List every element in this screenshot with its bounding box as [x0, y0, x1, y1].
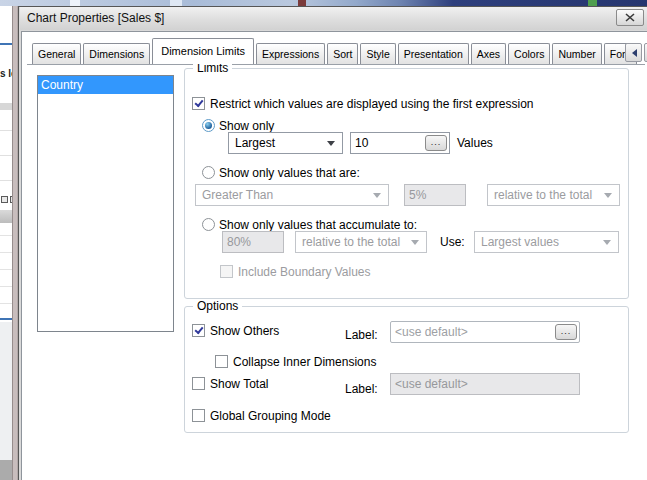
chevron-left-icon	[628, 49, 637, 57]
show-total-label: Show Total	[210, 377, 268, 391]
dialog-close-button[interactable]	[616, 9, 644, 26]
tabstrip-baseline	[27, 64, 645, 65]
dialog-client-area: General Dimensions Dimension Limits Expr…	[21, 31, 647, 480]
tab-general[interactable]: General	[32, 43, 81, 64]
total-label-input	[390, 373, 580, 395]
accumulate-radio[interactable]	[202, 218, 215, 231]
total-label-field	[390, 373, 580, 395]
collapse-inner-checkbox[interactable]	[215, 355, 228, 368]
options-group: Options Show Others Label: ... Collapse …	[184, 306, 629, 433]
comparison-relative-select: relative to the total	[487, 184, 620, 206]
tab-scroll-left-button[interactable]	[625, 43, 642, 62]
limits-group: Limits Restrict which values are display…	[184, 68, 629, 299]
tab-style[interactable]: Style	[360, 43, 395, 64]
tab-axes[interactable]: Axes	[471, 43, 506, 64]
tab-expressions[interactable]: Expressions	[256, 43, 325, 64]
others-label-caption: Label:	[345, 328, 378, 342]
rank-count-field: ...	[350, 132, 450, 154]
include-boundary-checkbox	[220, 265, 233, 278]
restrict-checkbox[interactable]	[192, 97, 205, 110]
others-label-browse-button[interactable]: ...	[555, 324, 577, 340]
show-values-that-are-label: Show only values that are:	[219, 166, 360, 180]
show-values-that-are-radio[interactable]	[202, 166, 215, 179]
chart-properties-dialog: Chart Properties [Sales $] General Dimen…	[18, 6, 647, 480]
show-others-label: Show Others	[210, 324, 279, 338]
rank-count-browse-button[interactable]: ...	[425, 135, 447, 151]
dialog-titlebar[interactable]: Chart Properties [Sales $]	[20, 7, 647, 30]
options-group-label: Options	[193, 299, 242, 313]
accumulate-value-input	[222, 231, 284, 253]
restrict-label: Restrict which values are displayed usin…	[210, 97, 533, 111]
dimension-item-country[interactable]: Country	[38, 76, 173, 94]
accumulate-relative-select: relative to the total	[295, 231, 427, 253]
dialog-title: Chart Properties [Sales $]	[27, 11, 164, 25]
tab-colors[interactable]: Colors	[508, 43, 550, 64]
total-label-caption: Label:	[345, 382, 378, 396]
close-icon	[625, 13, 635, 22]
tab-sort[interactable]: Sort	[327, 43, 358, 64]
show-others-checkbox[interactable]	[192, 324, 205, 337]
tabstrip: General Dimensions Dimension Limits Expr…	[32, 38, 639, 64]
dimension-listbox[interactable]: Country	[37, 75, 174, 332]
rank-mode-select[interactable]: Largest	[228, 132, 343, 154]
others-label-input[interactable]	[390, 321, 580, 343]
accumulate-label: Show only values that accumulate to:	[219, 218, 417, 232]
screen: s le Chart Properties [Sales $]	[0, 0, 647, 480]
global-grouping-checkbox[interactable]	[192, 409, 205, 422]
tab-presentation[interactable]: Presentation	[398, 43, 469, 64]
comparison-value-input	[404, 184, 466, 206]
comparison-value-field	[404, 184, 466, 206]
restore-icon	[1, 196, 8, 203]
collapse-inner-label: Collapse Inner Dimensions	[233, 355, 376, 369]
accumulate-value-field	[222, 231, 284, 253]
use-select: Largest values	[474, 231, 619, 253]
include-boundary-label: Include Boundary Values	[238, 265, 371, 279]
show-only-radio[interactable]	[202, 119, 215, 132]
global-grouping-label: Global Grouping Mode	[210, 409, 331, 423]
tab-dimension-limits[interactable]: Dimension Limits	[152, 38, 254, 64]
show-total-checkbox[interactable]	[192, 377, 205, 390]
use-label: Use:	[440, 235, 465, 249]
show-only-label: Show only	[219, 119, 274, 133]
tab-dimensions[interactable]: Dimensions	[83, 43, 150, 64]
comparison-select: Greater Than	[195, 184, 389, 206]
others-label-field: ...	[390, 321, 580, 343]
values-label: Values	[457, 136, 493, 150]
tab-number[interactable]: Number	[552, 43, 601, 64]
